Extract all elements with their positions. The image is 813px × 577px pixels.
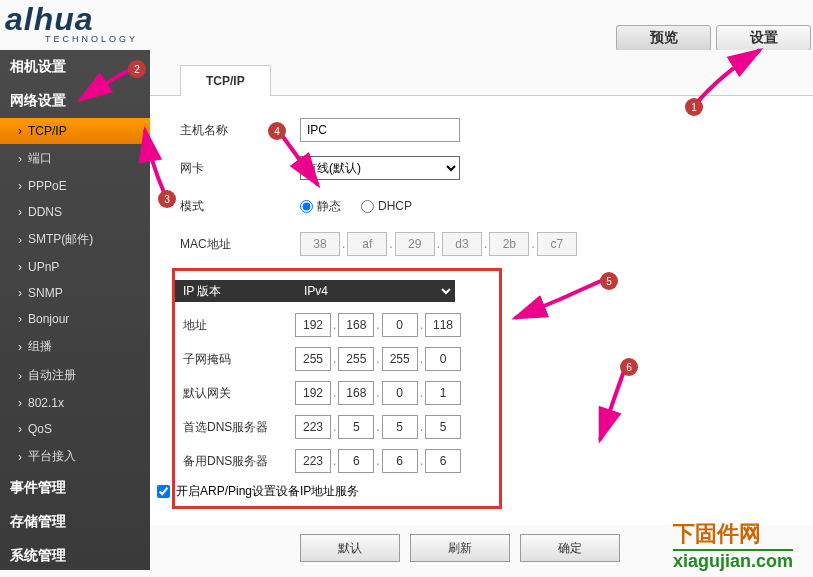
hostname-input[interactable]: [300, 118, 460, 142]
sidebar-item-8021x[interactable]: 802.1x: [0, 390, 150, 416]
label-hostname: 主机名称: [180, 122, 300, 139]
mac-seg-5: [537, 232, 577, 256]
sidebar-group-event[interactable]: 事件管理: [0, 471, 150, 505]
ok-button[interactable]: 确定: [520, 534, 620, 562]
tab-preview[interactable]: 预览: [616, 25, 711, 51]
dns1-group: . . .: [295, 415, 461, 439]
label-dns2: 备用DNS服务器: [175, 453, 295, 470]
sidebar-item-upnp[interactable]: UPnP: [0, 254, 150, 280]
mac-input-group: . . . . .: [300, 232, 577, 256]
sidebar-group-info[interactable]: 系统信息: [0, 573, 150, 577]
addr-2[interactable]: [382, 313, 418, 337]
mac-seg-1: [347, 232, 387, 256]
mode-static-radio[interactable]: 静态: [300, 198, 341, 215]
sidebar-item-ddns[interactable]: DDNS: [0, 199, 150, 225]
sidebar-item-multicast[interactable]: 组播: [0, 332, 150, 361]
dns2-3[interactable]: [425, 449, 461, 473]
dns1-2[interactable]: [382, 415, 418, 439]
subnet-group: . . .: [295, 347, 461, 371]
refresh-button[interactable]: 刷新: [410, 534, 510, 562]
sidebar-item-bonjour[interactable]: Bonjour: [0, 306, 150, 332]
sidebar-item-port[interactable]: 端口: [0, 144, 150, 173]
default-button[interactable]: 默认: [300, 534, 400, 562]
dns2-0[interactable]: [295, 449, 331, 473]
tab-settings[interactable]: 设置: [716, 25, 811, 51]
label-ipver: IP 版本: [175, 280, 295, 302]
highlight-box: IP 版本 IPv4 地址 . . . 子网掩码 . .: [172, 268, 502, 509]
addr-0[interactable]: [295, 313, 331, 337]
sidebar-group-camera[interactable]: 相机设置: [0, 50, 150, 84]
label-mode: 模式: [180, 198, 300, 215]
mask-3[interactable]: [425, 347, 461, 371]
mask-0[interactable]: [295, 347, 331, 371]
content-tab-tcpip[interactable]: TCP/IP: [180, 65, 271, 96]
addr-3[interactable]: [425, 313, 461, 337]
label-addr: 地址: [175, 317, 295, 334]
gateway-group: . . .: [295, 381, 461, 405]
label-nic: 网卡: [180, 160, 300, 177]
mac-seg-2: [395, 232, 435, 256]
addr-1[interactable]: [338, 313, 374, 337]
label-gateway: 默认网关: [175, 385, 295, 402]
label-mac: MAC地址: [180, 236, 300, 253]
nic-select[interactable]: 有线(默认): [300, 156, 460, 180]
sidebar-group-network[interactable]: 网络设置: [0, 84, 150, 118]
gw-3[interactable]: [425, 381, 461, 405]
ip-address-group: . . .: [295, 313, 461, 337]
dns2-group: . . .: [295, 449, 461, 473]
gw-1[interactable]: [338, 381, 374, 405]
sidebar-group-system[interactable]: 系统管理: [0, 539, 150, 573]
sidebar-group-storage[interactable]: 存储管理: [0, 505, 150, 539]
mac-seg-3: [442, 232, 482, 256]
sidebar-item-platform[interactable]: 平台接入: [0, 442, 150, 471]
arp-checkbox[interactable]: [157, 485, 170, 498]
logo: alhua TECHNOLOGY: [5, 5, 138, 44]
dns2-1[interactable]: [338, 449, 374, 473]
logo-brand: alhua: [5, 5, 138, 34]
sidebar: 相机设置 网络设置 TCP/IP 端口 PPPoE DDNS SMTP(邮件) …: [0, 50, 150, 570]
ipver-select[interactable]: IPv4: [295, 280, 455, 302]
mode-static-label: 静态: [317, 198, 341, 215]
gw-0[interactable]: [295, 381, 331, 405]
sidebar-item-smtp[interactable]: SMTP(邮件): [0, 225, 150, 254]
mac-seg-0: [300, 232, 340, 256]
label-dns1: 首选DNS服务器: [175, 419, 295, 436]
sidebar-item-qos[interactable]: QoS: [0, 416, 150, 442]
sidebar-item-pppoe[interactable]: PPPoE: [0, 173, 150, 199]
mask-1[interactable]: [338, 347, 374, 371]
sidebar-item-snmp[interactable]: SNMP: [0, 280, 150, 306]
label-arp: 开启ARP/Ping设置设备IP地址服务: [176, 483, 359, 500]
gw-2[interactable]: [382, 381, 418, 405]
logo-subtext: TECHNOLOGY: [45, 34, 138, 44]
sidebar-item-autoreg[interactable]: 自动注册: [0, 361, 150, 390]
mac-seg-4: [489, 232, 529, 256]
dns2-2[interactable]: [382, 449, 418, 473]
mode-dhcp-label: DHCP: [378, 199, 412, 213]
dns1-0[interactable]: [295, 415, 331, 439]
dns1-3[interactable]: [425, 415, 461, 439]
mode-dhcp-radio[interactable]: DHCP: [361, 199, 412, 213]
mask-2[interactable]: [382, 347, 418, 371]
label-mask: 子网掩码: [175, 351, 295, 368]
dns1-1[interactable]: [338, 415, 374, 439]
sidebar-item-tcpip[interactable]: TCP/IP: [0, 118, 150, 144]
